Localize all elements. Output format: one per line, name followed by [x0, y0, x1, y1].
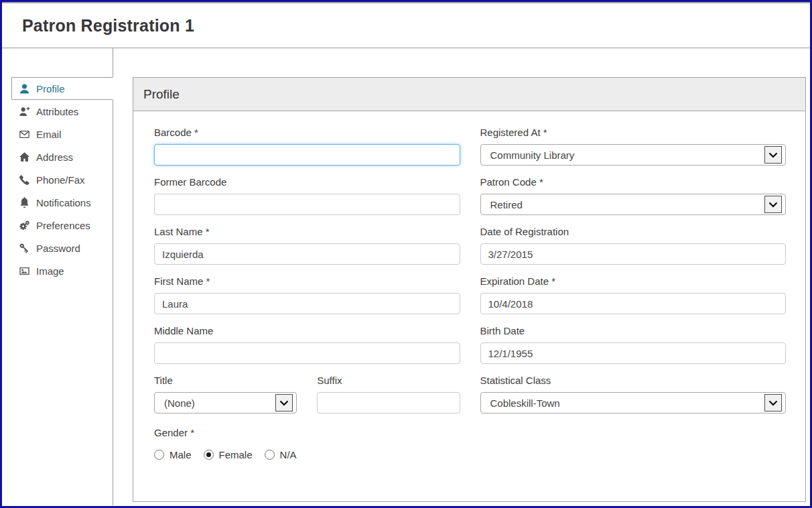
expiration-date-input[interactable]: [480, 293, 787, 314]
sidebar-item-preferences[interactable]: Preferences: [11, 214, 113, 237]
date-of-registration-input[interactable]: [480, 243, 787, 265]
expiration-date-label: Expiration Date *: [480, 275, 787, 288]
suffix-label: Suffix: [317, 374, 460, 387]
sidebar-item-label: Profile: [36, 83, 65, 94]
middle-name-label: Middle Name: [154, 324, 460, 338]
panel-body: Barcode * Registered At * Community Libr…: [133, 111, 805, 460]
bell-icon: [19, 197, 30, 208]
sidebar-item-label: Phone/Fax: [36, 174, 85, 186]
birth-date-input[interactable]: [480, 342, 787, 364]
gender-na-radio[interactable]: N/A: [265, 449, 297, 460]
sidebar-item-image[interactable]: Image: [11, 259, 113, 282]
statistical-class-select[interactable]: Cobleskill-Town: [480, 392, 787, 414]
gender-radio-group: Male Female N/A: [154, 449, 460, 460]
radio-checked-icon: [204, 450, 214, 460]
profile-panel: Profile Barcode * Registered At * Commun…: [133, 77, 806, 502]
key-icon: [19, 243, 30, 254]
expiration-date-field-group: Expiration Date *: [480, 275, 787, 314]
title-value: (None): [164, 397, 195, 409]
sidebar-item-label: Image: [36, 265, 64, 277]
sidebar-item-notifications[interactable]: Notifications: [11, 191, 113, 214]
radio-unchecked-icon: [154, 450, 164, 460]
patron-code-select[interactable]: Retired: [480, 194, 787, 215]
first-name-field-group: First Name *: [154, 275, 460, 314]
last-name-field-group: Last Name *: [154, 225, 460, 265]
phone-icon: [19, 174, 30, 186]
sidebar-item-label: Password: [36, 243, 80, 254]
home-icon: [19, 151, 30, 163]
suffix-input[interactable]: [317, 392, 460, 414]
former-barcode-field-group: Former Barcode: [154, 176, 460, 215]
app-window: Patron Registration 1 Profile Attributes…: [0, 0, 812, 508]
sidebar-item-profile[interactable]: Profile: [11, 77, 113, 100]
chevron-down-icon: [764, 146, 782, 164]
title-label: Title: [154, 374, 297, 387]
date-of-registration-label: Date of Registration: [480, 225, 787, 239]
sidebar-item-label: Email: [36, 129, 62, 140]
barcode-field-group: Barcode *: [154, 126, 460, 166]
birth-date-label: Birth Date: [480, 324, 787, 338]
gears-icon: [19, 220, 30, 231]
sidebar-item-address[interactable]: Address: [11, 145, 113, 168]
sidebar-item-password[interactable]: Password: [11, 237, 113, 259]
panel-title: Profile: [143, 87, 180, 102]
gender-label: Gender *: [154, 426, 460, 440]
chevron-down-icon: [764, 196, 782, 213]
envelope-icon: [19, 129, 30, 140]
sidebar-item-label: Notifications: [36, 197, 91, 208]
sidebar-item-email[interactable]: Email: [11, 123, 113, 145]
panel-header: Profile: [133, 78, 805, 111]
statistical-class-field-group: Statistical Class Cobleskill-Town: [480, 374, 787, 414]
radio-unchecked-icon: [265, 450, 275, 460]
registered-at-select[interactable]: Community Library: [480, 144, 787, 166]
last-name-input[interactable]: [154, 243, 460, 265]
gender-male-label: Male: [170, 449, 192, 460]
patron-code-field-group: Patron Code * Retired: [480, 176, 787, 215]
gender-na-label: N/A: [280, 449, 297, 460]
sidebar: Profile Attributes Email Address Phone/F…: [2, 48, 113, 505]
sidebar-item-label: Preferences: [36, 220, 90, 231]
title-field-group: Title (None): [154, 374, 297, 414]
former-barcode-label: Former Barcode: [154, 176, 460, 189]
former-barcode-input[interactable]: [154, 194, 460, 215]
registered-at-field-group: Registered At * Community Library: [480, 126, 787, 166]
statistical-class-label: Statistical Class: [480, 374, 787, 387]
registered-at-label: Registered At *: [480, 126, 787, 139]
first-name-input[interactable]: [154, 293, 460, 314]
birth-date-field-group: Birth Date: [480, 324, 787, 364]
registered-at-value: Community Library: [490, 149, 575, 161]
user-plus-icon: [19, 106, 30, 117]
suffix-field-group: Suffix: [317, 374, 460, 414]
sidebar-item-attributes[interactable]: Attributes: [11, 100, 113, 123]
gender-male-radio[interactable]: Male: [154, 449, 192, 460]
chevron-down-icon: [275, 394, 293, 411]
barcode-label: Barcode *: [154, 126, 460, 139]
sidebar-item-phone-fax[interactable]: Phone/Fax: [11, 168, 113, 191]
chevron-down-icon: [764, 394, 782, 411]
app-header: Patron Registration 1: [2, 3, 810, 48]
gender-female-radio[interactable]: Female: [204, 449, 253, 460]
middle-name-input[interactable]: [154, 342, 460, 364]
main-content: Profile Barcode * Registered At * Commun…: [113, 48, 810, 505]
first-name-label: First Name *: [154, 275, 460, 288]
patron-code-value: Retired: [490, 199, 523, 210]
barcode-input[interactable]: [154, 144, 460, 166]
image-icon: [19, 265, 30, 277]
last-name-label: Last Name *: [154, 225, 460, 239]
date-of-registration-field-group: Date of Registration: [480, 225, 787, 265]
patron-code-label: Patron Code *: [480, 176, 787, 189]
sidebar-item-label: Attributes: [36, 106, 78, 117]
user-icon: [19, 83, 30, 94]
sidebar-item-label: Address: [36, 151, 73, 163]
middle-name-field-group: Middle Name: [154, 324, 460, 364]
gender-field-group: Gender * Male Female: [154, 426, 460, 460]
page-title: Patron Registration 1: [22, 16, 194, 36]
gender-female-label: Female: [219, 449, 253, 460]
title-select[interactable]: (None): [154, 392, 297, 414]
statistical-class-value: Cobleskill-Town: [490, 397, 560, 409]
